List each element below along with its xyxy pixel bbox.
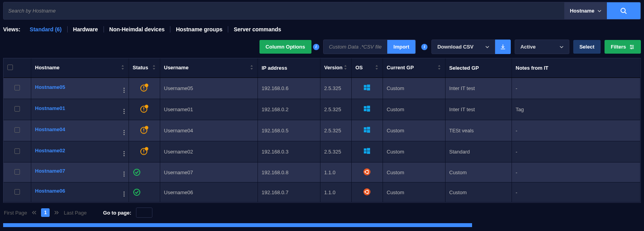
selected-gp-cell: TESt veals: [445, 120, 512, 141]
column-options-button[interactable]: Column Options: [259, 40, 311, 54]
table-row: Hostname04Username04192.168.0.52.5.325Cu…: [4, 120, 640, 141]
search-icon: [620, 7, 627, 14]
selected-gp-cell: Standard: [445, 141, 512, 162]
notes-cell: -: [512, 162, 640, 182]
sort-icon: [437, 65, 441, 71]
col-checkbox: [4, 58, 31, 78]
hostname-link[interactable]: Hostname01: [35, 105, 65, 111]
svg-point-4: [631, 48, 632, 49]
row-checkbox[interactable]: [14, 148, 20, 154]
col-selected-gp[interactable]: Selected GP: [445, 58, 512, 78]
hostname-link[interactable]: Hostname06: [35, 188, 65, 194]
svg-point-8: [145, 84, 148, 87]
hostname-link[interactable]: Hostname04: [35, 126, 65, 132]
view-tab-standard[interactable]: Standard (6): [24, 26, 68, 32]
svg-line-1: [625, 12, 626, 14]
row-actions-icon[interactable]: [123, 109, 125, 114]
filters-button[interactable]: Filters: [605, 40, 641, 54]
ip-cell: 192.168.0.8: [258, 162, 320, 182]
select-all-checkbox[interactable]: [7, 65, 13, 70]
selected-gp-cell: Custom: [445, 162, 512, 182]
svg-point-16: [145, 105, 148, 108]
svg-point-7: [143, 89, 144, 90]
os-cell: [351, 99, 383, 120]
download-icon: [500, 44, 506, 50]
username-cell: Username07: [160, 162, 258, 182]
svg-rect-28: [367, 130, 370, 133]
row-checkbox[interactable]: [14, 169, 20, 175]
page-number-current[interactable]: 1: [41, 208, 50, 217]
info-icon[interactable]: i: [421, 44, 428, 50]
hosts-table: Hostname Status Username IP address Vers…: [4, 58, 640, 202]
current-gp-cell: Custom: [383, 182, 445, 202]
first-page-button[interactable]: First Page: [4, 210, 27, 216]
hostname-link[interactable]: Hostname02: [35, 148, 65, 153]
username-cell: Username05: [160, 78, 258, 99]
status-cell: [129, 120, 160, 141]
os-cell: [351, 78, 383, 99]
col-version[interactable]: Version: [320, 58, 351, 78]
row-actions-icon[interactable]: [123, 151, 125, 156]
username-cell: Username04: [160, 120, 258, 141]
last-page-button[interactable]: Last Page: [64, 210, 87, 216]
svg-rect-35: [364, 151, 367, 153]
info-icon[interactable]: i: [313, 44, 319, 50]
row-actions-icon[interactable]: [123, 191, 125, 197]
notes-cell: -: [512, 78, 640, 99]
svg-point-40: [365, 171, 366, 172]
col-os[interactable]: OS: [351, 58, 383, 78]
view-tab-non-heimdal[interactable]: Non-Heimdal devices: [104, 26, 171, 32]
row-checkbox[interactable]: [14, 127, 20, 133]
col-username[interactable]: Username: [160, 58, 258, 78]
column-options-group: Column Options i: [259, 40, 319, 54]
selected-gp-cell: Custom: [445, 182, 512, 202]
svg-point-47: [367, 189, 369, 191]
sort-icon: [152, 65, 156, 71]
chevron-down-icon: [597, 10, 601, 12]
sort-icon: [375, 65, 379, 71]
goto-page-input[interactable]: [136, 208, 152, 218]
sort-icon: [250, 65, 254, 71]
select-button[interactable]: Select: [573, 40, 601, 54]
svg-rect-10: [367, 85, 370, 87]
svg-rect-17: [364, 106, 367, 108]
ip-cell: 192.168.0.5: [258, 120, 320, 141]
search-input[interactable]: [4, 2, 564, 19]
download-csv-dropdown[interactable]: Download CSV: [431, 40, 495, 54]
notes-cell: Tag: [512, 99, 640, 120]
row-actions-icon[interactable]: [123, 88, 125, 93]
search-button[interactable]: [607, 2, 640, 19]
hostname-link[interactable]: Hostname07: [35, 168, 65, 174]
download-csv-button[interactable]: [495, 40, 511, 54]
next-page-icon[interactable]: [54, 210, 59, 216]
view-tab-hardware[interactable]: Hardware: [68, 26, 104, 32]
view-tab-server-commands[interactable]: Server commands: [228, 26, 286, 32]
prev-page-icon[interactable]: [32, 210, 36, 216]
col-status[interactable]: Status: [129, 58, 160, 78]
col-current-gp[interactable]: Current GP: [383, 58, 445, 78]
status-filter-dropdown[interactable]: Active: [515, 40, 569, 54]
views-label: Views:: [3, 26, 20, 32]
row-checkbox[interactable]: [14, 106, 20, 112]
os-cell: [351, 141, 383, 162]
csv-file-label[interactable]: Custom Data .*CSV file: [324, 40, 387, 54]
import-button[interactable]: Import: [387, 40, 415, 54]
search-type-dropdown[interactable]: Hostname: [564, 2, 607, 19]
notes-cell: -: [512, 182, 640, 202]
row-checkbox[interactable]: [14, 85, 20, 90]
row-actions-icon[interactable]: [123, 130, 125, 135]
sort-icon: [343, 65, 347, 71]
row-checkbox[interactable]: [14, 189, 20, 195]
hostname-link[interactable]: Hostname05: [35, 84, 65, 90]
version-cell: 2.5.325: [320, 120, 351, 141]
svg-rect-33: [364, 148, 367, 151]
username-cell: Username06: [160, 182, 258, 202]
row-actions-icon[interactable]: [123, 171, 125, 177]
col-notes[interactable]: Notes from IT: [512, 58, 640, 78]
col-hostname[interactable]: Hostname: [31, 58, 129, 78]
view-tab-hostname-groups[interactable]: Hostname groups: [170, 26, 228, 32]
sort-icon: [121, 65, 125, 71]
col-ip[interactable]: IP address: [258, 58, 320, 78]
pagination: First Page 1 Last Page Go to page:: [0, 203, 644, 222]
horizontal-scrollbar[interactable]: [3, 223, 472, 227]
